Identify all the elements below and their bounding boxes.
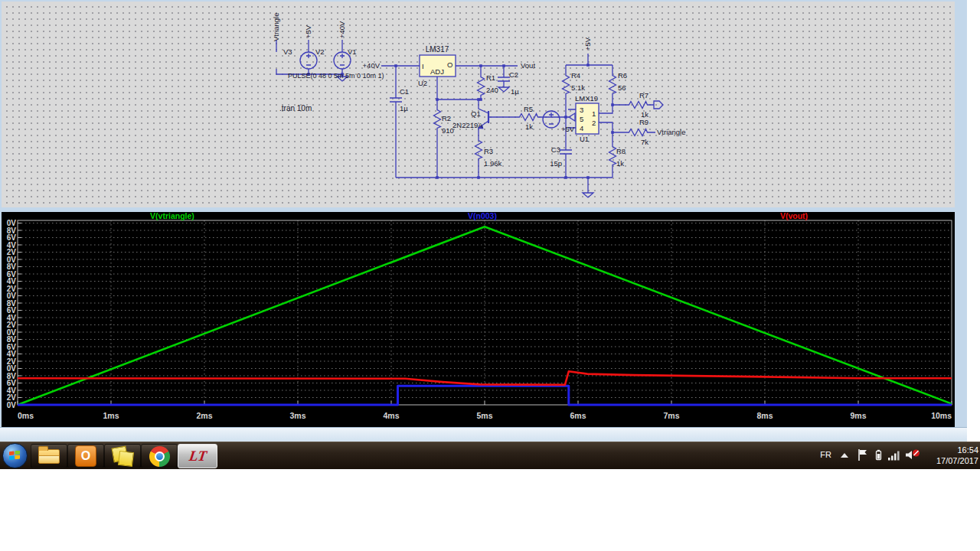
r9-ref: R9 (639, 118, 648, 126)
r3-val: 1.96k (484, 159, 501, 168)
legend-V(vout)[interactable]: V(vout) (780, 212, 808, 220)
volume-muted-icon[interactable] (906, 449, 920, 465)
c3-val: 15p (550, 159, 562, 168)
language-indicator[interactable]: FR (820, 450, 831, 459)
waveform-pane[interactable]: 0V8V6V4V2V0V8V6V4V2V0V8V6V4V2V0V8V6V4V2V… (2, 212, 955, 427)
c2-val: 1µ (511, 87, 519, 96)
r9-val: 7k (641, 138, 648, 146)
desktop-margin-bottom (0, 468, 980, 551)
svg-text:4ms: 4ms (383, 411, 399, 420)
start-button[interactable] (2, 443, 28, 468)
action-center-flag-icon[interactable] (858, 449, 868, 464)
lm317-pin-adj: ADJ (430, 67, 444, 76)
plot-legend: V(vtriangle)V(n003)V(vout) (150, 212, 808, 220)
sticky-notes-icon (113, 446, 132, 466)
schematic-pane[interactable]: V3 V2 V1 Vtriangle +5V +40V PULSE(0 48 0… (2, 2, 955, 207)
net-flag-vtriangle-src: Vtriangle (272, 13, 280, 42)
c1-val: 1µ (400, 104, 408, 112)
resistor-r4[interactable] (563, 73, 570, 96)
outlook-icon: O (75, 445, 96, 467)
lm317-pin-out: O (447, 60, 452, 69)
r8-val: 1k (616, 159, 624, 168)
clock-date: 17/07/2017 (936, 455, 978, 466)
r8-ref: R8 (616, 147, 626, 155)
resistor-r9[interactable] (626, 129, 649, 136)
taskbar-button-chrome[interactable] (141, 444, 178, 468)
taskbar-clock[interactable]: 16:54 17/07/2017 (936, 445, 978, 466)
clock-time: 16:54 (936, 445, 978, 455)
ltspice-window: V3 V2 V1 Vtriangle +5V +40V PULSE(0 48 0… (0, 0, 967, 442)
r5-ref: R5 (524, 105, 533, 113)
desktop-margin-right (967, 0, 980, 468)
svg-text:0V: 0V (7, 401, 17, 409)
r1-val: 240 (486, 86, 498, 94)
taskbar-button-explorer[interactable] (31, 444, 67, 468)
waveform-plot: 0V8V6V4V2V0V8V6V4V2V0V8V6V4V2V0V8V6V4V2V… (2, 212, 955, 427)
legend-V(vtriangle)[interactable]: V(vtriangle) (150, 212, 194, 220)
taskbar-button-sticky-notes[interactable] (104, 444, 141, 468)
r1-ref: R1 (486, 73, 495, 82)
net-label-40v: +40V (363, 61, 381, 70)
system-tray: FR (755, 442, 954, 469)
svg-text:0ms: 0ms (18, 411, 34, 420)
net-flag-40v-src: +40V (338, 21, 346, 38)
resistor-r6[interactable] (609, 73, 616, 96)
r4-val: 5.1k (571, 83, 585, 92)
u1-pin3: 3 (580, 106, 583, 114)
r7-ref: R7 (639, 91, 648, 99)
battery-icon[interactable] (874, 449, 884, 464)
taskbar-button-outlook[interactable]: O (67, 444, 104, 468)
r6-ref: R6 (618, 71, 627, 80)
capacitor-c3[interactable] (560, 150, 572, 154)
u1-pin1: 1 (592, 109, 596, 118)
u1-pin2: 2 (592, 119, 596, 127)
v1-ref: V1 (348, 47, 357, 56)
y-axis-labels: 0V8V6V4V2V0V8V6V4V2V0V8V6V4V2V0V8V6V4V2V… (7, 219, 21, 409)
pulse-params: PULSE(0 48 0 5m 5m 0 10m 1) (288, 72, 384, 80)
capacitor-c2[interactable] (498, 77, 510, 81)
resistor-r3[interactable] (475, 138, 482, 161)
lm317-title: LM317 (426, 45, 449, 54)
c1-ref: C1 (400, 87, 409, 96)
schematic-canvas: V3 V2 V1 Vtriangle +5V +40V PULSE(0 48 0… (2, 2, 955, 207)
supply-flag-5v: +5V (583, 37, 592, 51)
net-label-vtriangle: Vtriangle (657, 128, 686, 136)
explorer-icon (38, 449, 60, 464)
capacitor-c1[interactable] (390, 98, 402, 102)
v3-ref: V3 (283, 47, 292, 56)
resistor-r2[interactable] (434, 107, 441, 130)
voltage-source-v2[interactable] (300, 52, 317, 69)
network-signal-icon[interactable] (888, 449, 900, 464)
net-label-5v: +5V (561, 125, 575, 133)
net-label-vout: Vout (521, 61, 535, 70)
windows-flag-icon (9, 451, 21, 461)
svg-text:8ms: 8ms (756, 411, 773, 420)
resistor-r5[interactable] (517, 114, 540, 121)
r6-val: 56 (618, 83, 626, 92)
voltage-source-v3[interactable] (543, 111, 560, 128)
resistor-r8[interactable] (609, 144, 616, 167)
output-port-flag[interactable] (654, 101, 663, 109)
ground-symbol (337, 77, 593, 197)
u1-ref: U1 (580, 135, 589, 143)
ltspice-icon: LT (188, 448, 207, 465)
c2-ref: C2 (509, 70, 518, 79)
taskbar: O LT FR 16:54 17/07/2017 (0, 442, 980, 469)
resistor-r1[interactable] (478, 74, 485, 97)
svg-text:6ms: 6ms (570, 411, 586, 420)
lm317-pin-in: I (422, 62, 424, 70)
legend-V(n003)[interactable]: V(n003) (468, 212, 497, 220)
v2-ref: V2 (315, 47, 325, 56)
c3-ref: C3 (551, 145, 560, 154)
net-flag-5v-src: +5V (304, 24, 312, 38)
svg-text:9ms: 9ms (850, 411, 866, 420)
svg-text:2ms: 2ms (196, 411, 212, 420)
resistor-r7[interactable] (626, 102, 649, 109)
r3-ref: R3 (484, 147, 493, 155)
r4-ref: R4 (571, 71, 580, 80)
show-hidden-icons-chevron[interactable] (841, 453, 848, 458)
lmx19-title: LMX19 (575, 94, 598, 103)
r2-ref: R2 (442, 114, 451, 122)
taskbar-button-ltspice-active[interactable]: LT (178, 444, 217, 468)
window-bottom-edge (0, 427, 967, 442)
